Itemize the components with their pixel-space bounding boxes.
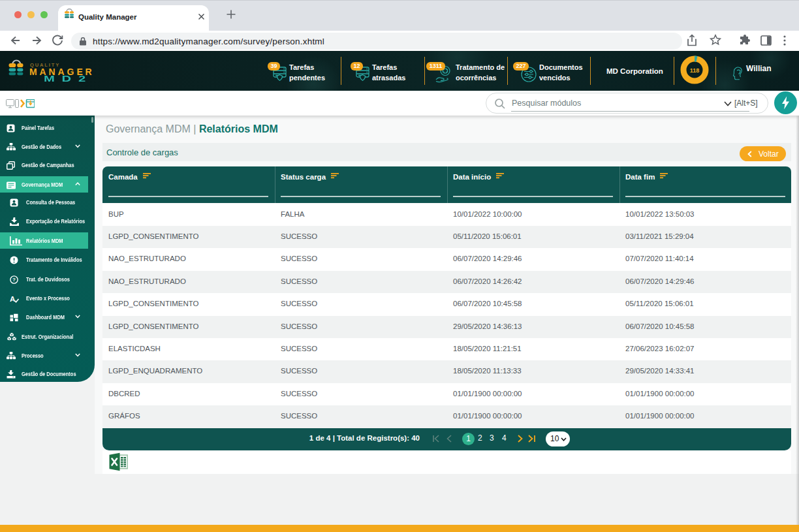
svg-text:A: A <box>10 295 15 303</box>
svg-text:?: ? <box>12 277 16 283</box>
svg-text:118: 118 <box>690 67 700 74</box>
